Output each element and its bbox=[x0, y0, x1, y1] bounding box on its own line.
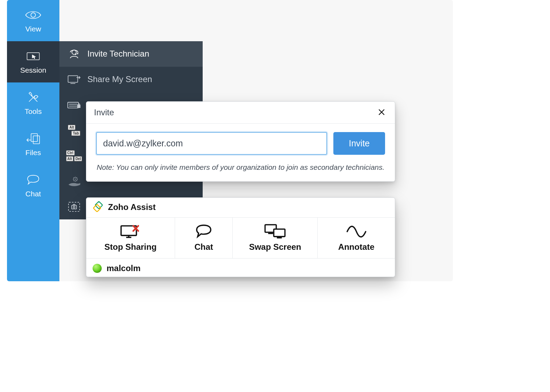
action-label: Chat bbox=[194, 242, 213, 252]
assist-user-row: malcolm bbox=[86, 259, 395, 277]
annotate-wave-icon bbox=[345, 223, 368, 239]
sidebar-item-tools[interactable]: Tools bbox=[7, 82, 59, 124]
svg-point-5 bbox=[75, 54, 77, 55]
presence-online-icon bbox=[93, 264, 102, 273]
svg-rect-6 bbox=[68, 76, 78, 82]
assist-user-name: malcolm bbox=[107, 263, 140, 273]
sidebar-item-label: Tools bbox=[24, 107, 42, 116]
menu-item-share-my-screen[interactable]: Share My Screen bbox=[59, 67, 203, 92]
monitor-cursor-icon bbox=[24, 49, 42, 63]
svg-point-0 bbox=[31, 13, 35, 17]
svg-rect-11 bbox=[77, 105, 80, 108]
keycap: Tab bbox=[71, 131, 80, 136]
invite-dialog: Invite Invite Note: You can only invite … bbox=[86, 101, 395, 182]
assist-header: Zoho Assist bbox=[86, 198, 395, 218]
screenshot-select-icon bbox=[67, 202, 81, 212]
alt-tab-icon: Alt Tab bbox=[67, 125, 81, 136]
invite-dialog-header: Invite bbox=[86, 102, 395, 124]
action-chat[interactable]: Chat bbox=[175, 218, 233, 258]
tools-icon bbox=[24, 90, 42, 104]
zoho-assist-panel: Zoho Assist Stop Sharing Chat bbox=[86, 197, 395, 277]
invite-button[interactable]: Invite bbox=[333, 132, 385, 155]
action-label: Stop Sharing bbox=[104, 242, 157, 252]
svg-point-16 bbox=[73, 206, 75, 208]
action-stop-sharing[interactable]: Stop Sharing bbox=[86, 218, 175, 258]
keycap: Alt bbox=[68, 125, 75, 130]
action-annotate[interactable]: Annotate bbox=[318, 218, 395, 258]
sidebar-item-session[interactable]: Session bbox=[7, 41, 59, 82]
swap-screen-icon bbox=[264, 223, 286, 239]
ctrl-alt-del-icon: Ctrl AltDel bbox=[67, 151, 81, 161]
chat-icon bbox=[193, 223, 215, 239]
menu-item-label: Invite Technician bbox=[87, 49, 149, 59]
svg-rect-14 bbox=[68, 202, 80, 211]
keyboard-lock-icon bbox=[67, 100, 81, 110]
action-label: Swap Screen bbox=[249, 242, 301, 252]
svg-point-4 bbox=[72, 50, 77, 55]
svg-rect-2 bbox=[31, 134, 37, 142]
eye-icon bbox=[24, 8, 42, 22]
files-transfer-icon bbox=[24, 132, 42, 146]
screen-share-icon bbox=[67, 72, 81, 86]
svg-rect-8 bbox=[68, 102, 79, 108]
menu-item-label: Share My Screen bbox=[87, 74, 152, 84]
keycap: Alt bbox=[66, 156, 73, 161]
headset-agent-icon bbox=[67, 47, 81, 61]
svg-rect-29 bbox=[274, 229, 285, 237]
zoho-assist-logo-icon bbox=[93, 201, 104, 213]
action-swap-screen[interactable]: Swap Screen bbox=[233, 218, 318, 258]
sidebar-item-files[interactable]: Files bbox=[7, 124, 59, 165]
hand-gear-icon bbox=[67, 176, 81, 187]
keycap: Ctrl bbox=[66, 150, 75, 155]
sidebar-item-label: Chat bbox=[26, 190, 41, 198]
invite-dialog-body: Invite Note: You can only invite members… bbox=[86, 124, 395, 181]
svg-rect-15 bbox=[72, 205, 77, 209]
sidebar-item-label: Session bbox=[20, 66, 46, 74]
sidebar-item-view[interactable]: View bbox=[7, 0, 59, 41]
assist-actions: Stop Sharing Chat Swap Screen bbox=[86, 218, 395, 259]
assist-brand-label: Zoho Assist bbox=[108, 202, 155, 212]
action-label: Annotate bbox=[338, 242, 375, 252]
stop-sharing-icon bbox=[119, 223, 142, 239]
menu-item-invite-technician[interactable]: Invite Technician bbox=[59, 41, 203, 67]
sidebar-item-chat[interactable]: Chat bbox=[7, 165, 59, 206]
sidebar-item-label: Files bbox=[26, 148, 41, 157]
svg-rect-3 bbox=[33, 136, 39, 144]
invite-dialog-title: Invite bbox=[94, 108, 114, 117]
invite-note-text: Note: You can only invite members of you… bbox=[96, 163, 385, 172]
sidebar-item-label: View bbox=[25, 25, 41, 33]
invite-email-input[interactable] bbox=[96, 132, 327, 155]
sidebar: View Session Tools bbox=[7, 0, 59, 281]
keycap: Del bbox=[74, 156, 82, 161]
close-icon[interactable] bbox=[376, 107, 387, 118]
svg-point-13 bbox=[75, 179, 76, 180]
chat-bubble-icon bbox=[24, 173, 42, 187]
